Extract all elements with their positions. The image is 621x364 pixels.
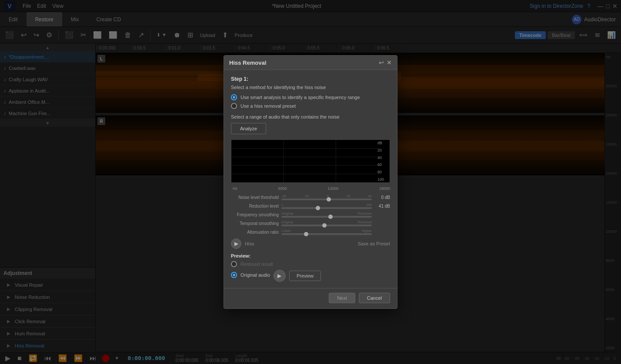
scale-1: 1 xyxy=(281,203,283,207)
lower-label: Lower xyxy=(281,229,291,233)
scale-minus20: -20 xyxy=(304,194,309,198)
hiss-label: Hiss xyxy=(245,241,254,246)
freq-smoothing-slider[interactable] xyxy=(281,216,372,218)
radio-smart-label: Use smart analysis to identify a specifi… xyxy=(240,95,360,100)
scale-minus40: -40 xyxy=(281,194,287,198)
preview-controls: Original audio ▶ Preview xyxy=(231,270,390,282)
spectrum-x-labels: Hz 6000 12000 18000 xyxy=(231,185,390,192)
scale-100: 100 xyxy=(366,203,372,207)
noise-threshold-value: 0 dB xyxy=(374,195,390,200)
higher-label: Higher xyxy=(361,229,372,233)
attenuation-ratio-thumb[interactable] xyxy=(304,232,308,236)
scale-40: 40 xyxy=(368,194,372,198)
y-label-100: 100 xyxy=(377,177,389,182)
noise-threshold-thumb[interactable] xyxy=(327,197,331,202)
modal-overlay: Hiss Removal ↩ ✕ Step 1: Select a method… xyxy=(0,0,621,364)
preview-button[interactable]: Preview xyxy=(289,271,321,281)
slider-reduction-level: Reduction level 1 100 41 dB xyxy=(231,203,390,209)
radio-original-label: Original audio xyxy=(240,272,270,278)
attenuation-ratio-scale: Lower Higher xyxy=(281,229,372,233)
y-label-db: dB xyxy=(377,141,389,145)
attenuation-ratio-track-area: Lower Higher xyxy=(281,229,372,235)
hiss-preset-row: ▶ Hiss Save as Preset xyxy=(231,238,390,249)
analyze-button[interactable]: Analyze xyxy=(231,123,266,134)
step-label: Step 1: xyxy=(231,76,390,82)
preview-section: Preview: Restored result Original audio … xyxy=(231,253,390,282)
noise-threshold-track-area: -40 -20 0 20 40 xyxy=(281,194,372,200)
radio-preset-label: Use a hiss removal preset xyxy=(240,103,296,109)
temporal-smoothing-track-area: Original Restored xyxy=(281,220,372,226)
preview-radio-original[interactable]: Original audio xyxy=(231,272,270,278)
spectrum-display: dB 20 40 60 80 100 xyxy=(231,139,390,183)
scale-20: 20 xyxy=(347,194,351,198)
step-desc: Select a method for identifying the hiss… xyxy=(231,85,390,90)
reduction-level-track-area: 1 100 xyxy=(281,203,372,209)
noise-threshold-scale: -40 -20 0 20 40 xyxy=(281,194,372,198)
temporal-smoothing-thumb[interactable] xyxy=(322,223,327,228)
slider-noise-threshold: Noise level threshold -40 -20 0 20 40 xyxy=(231,194,390,200)
rest-label: Restored xyxy=(358,212,372,215)
x-label-6000: 6000 xyxy=(278,186,287,191)
temporal-smoothing-scale: Original Restored xyxy=(281,220,372,224)
modal-title: Hiss Removal xyxy=(229,60,266,66)
modal-header: Hiss Removal ↩ ✕ xyxy=(224,56,397,70)
freq-smoothing-label: Frequency smoothing xyxy=(231,212,279,217)
radio-row-preset[interactable]: Use a hiss removal preset xyxy=(231,103,390,109)
x-label-12000: 12000 xyxy=(327,186,338,191)
freq-smoothing-track-area: Original Restored xyxy=(281,212,372,218)
orig-label2: Original xyxy=(281,220,294,224)
preview-play-button[interactable]: ▶ xyxy=(274,270,286,282)
preview-radio-restored[interactable]: Restored result xyxy=(231,261,390,267)
slider-freq-smoothing: Frequency smoothing Original Restored xyxy=(231,212,390,218)
section-desc: Select a range of audio that only contai… xyxy=(231,114,390,119)
orig-label: Original xyxy=(281,212,294,215)
x-label-hz: Hz xyxy=(231,186,237,191)
modal-undo-button[interactable]: ↩ xyxy=(379,59,384,66)
freq-smoothing-scale: Original Restored xyxy=(281,212,372,215)
preview-label: Preview: xyxy=(231,253,390,258)
method-radio-group: Use smart analysis to identify a specifi… xyxy=(231,94,390,109)
x-label-18000: 18000 xyxy=(379,186,390,191)
y-label-80: 80 xyxy=(377,170,389,174)
y-label-60: 60 xyxy=(377,162,389,167)
temporal-smoothing-label: Temporal smoothing xyxy=(231,221,279,226)
noise-threshold-slider[interactable] xyxy=(281,199,372,200)
reduction-level-scale: 1 100 xyxy=(281,203,372,207)
radio-preset[interactable] xyxy=(231,103,237,109)
hiss-removal-modal: Hiss Removal ↩ ✕ Step 1: Select a method… xyxy=(224,55,397,309)
radio-restored-result[interactable] xyxy=(231,261,237,267)
modal-body: Step 1: Select a method for identifying … xyxy=(224,70,397,288)
temporal-smoothing-slider[interactable] xyxy=(281,225,372,226)
noise-threshold-label: Noise level threshold xyxy=(231,195,279,200)
cancel-button[interactable]: Cancel xyxy=(359,293,390,303)
reduction-level-value: 41 dB xyxy=(374,204,390,208)
radio-row-smart[interactable]: Use smart analysis to identify a specifi… xyxy=(231,94,390,100)
modal-footer: Next Cancel xyxy=(224,288,397,308)
slider-attenuation-ratio: Attenuation ratio Lower Higher xyxy=(231,229,390,235)
modal-close-button[interactable]: ✕ xyxy=(387,59,392,66)
hiss-play-button[interactable]: ▶ xyxy=(231,238,241,249)
radio-restored-label: Restored result xyxy=(240,261,273,267)
radio-original-audio[interactable] xyxy=(231,272,237,278)
reduction-level-slider[interactable] xyxy=(281,207,372,209)
freq-smoothing-thumb[interactable] xyxy=(328,215,333,219)
reduction-level-label: Reduction level xyxy=(231,204,279,208)
y-label-40: 40 xyxy=(377,156,389,160)
spectrum-y-labels: dB 20 40 60 80 100 xyxy=(377,140,390,182)
sliders-section: Noise level threshold -40 -20 0 20 40 xyxy=(231,194,390,235)
slider-temporal-smoothing: Temporal smoothing Original Restored xyxy=(231,220,390,226)
save-preset-button[interactable]: Save as Preset xyxy=(357,241,390,246)
next-button[interactable]: Next xyxy=(329,293,355,303)
attenuation-ratio-label: Attenuation ratio xyxy=(231,230,279,235)
attenuation-ratio-slider[interactable] xyxy=(281,233,372,235)
rest-label2: Restored xyxy=(358,220,372,224)
reduction-level-thumb[interactable] xyxy=(316,206,320,210)
radio-smart-analysis[interactable] xyxy=(231,94,237,100)
y-label-20: 20 xyxy=(377,148,389,152)
modal-controls: ↩ ✕ xyxy=(379,59,392,66)
